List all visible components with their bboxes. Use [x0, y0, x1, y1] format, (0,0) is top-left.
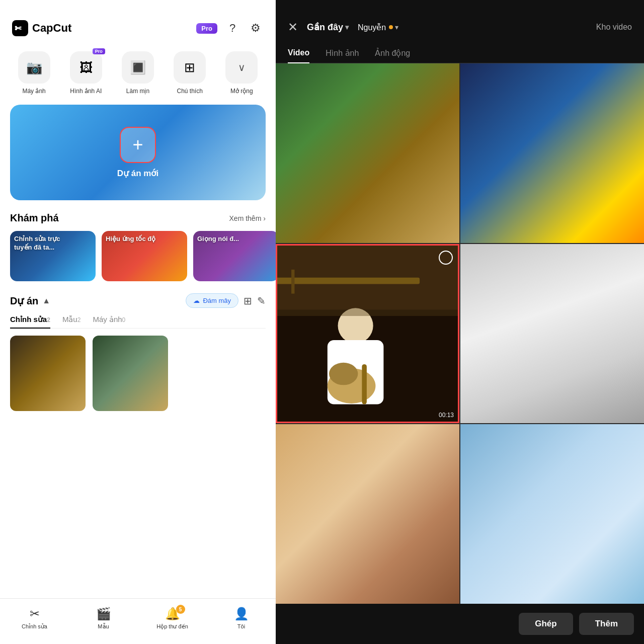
subtitle-icon: ⊞ [184, 60, 195, 75]
new-project-banner[interactable]: + Dự án mới [10, 105, 266, 200]
nav-profile[interactable]: 👤 Tôi [224, 607, 259, 630]
tab-template[interactable]: Mẫu2 [62, 315, 81, 328]
projects-actions: ☁ Đám mây ⊞ ✎ [186, 293, 266, 308]
app-name: CapCut [32, 22, 71, 35]
help-icon[interactable]: ? [224, 20, 240, 36]
cloud-button[interactable]: ☁ Đám mây [186, 293, 238, 308]
grid-view-icon[interactable]: ⊞ [244, 295, 252, 307]
project-thumb-0[interactable] [10, 336, 86, 411]
right-bottom-actions: Ghép Thêm [276, 604, 644, 644]
svg-text:✄: ✄ [15, 24, 22, 33]
video-cell-0[interactable] [276, 63, 459, 243]
template-icon: 🎬 [96, 607, 111, 621]
see-more-button[interactable]: Xem thêm › [229, 214, 266, 222]
discover-card-2-label: Giọng nói đ... [197, 235, 239, 244]
more-icon-box: ∨ [225, 51, 258, 84]
right-header: ✕ Gần đây ▾ Nguyễn ▾ Kho video [276, 0, 644, 42]
svg-rect-10 [362, 364, 367, 405]
edit-projects-icon[interactable]: ✎ [257, 295, 266, 307]
smooth-label: Làm mịn [126, 88, 149, 95]
ai-image-label: Hình ảnh AI [70, 88, 102, 95]
svg-rect-3 [277, 246, 458, 310]
video-cell-5[interactable] [460, 424, 644, 604]
tool-smooth[interactable]: 🔳 Làm mịn [118, 51, 158, 95]
camera-label: Máy ảnh [22, 88, 45, 95]
nav-inbox[interactable]: 🔔 5 Hộp thư đến [155, 607, 190, 630]
project-thumb-1[interactable] [93, 336, 168, 411]
discover-section-header: Khám phá Xem thêm › [0, 212, 276, 231]
svg-rect-4 [277, 277, 420, 284]
discover-card-2[interactable]: Giọng nói đ... [193, 231, 276, 281]
media-tab-image[interactable]: Hình ảnh [326, 48, 359, 63]
projects-title: Dự án [10, 295, 38, 307]
user-label: Nguyễn [358, 23, 386, 32]
smooth-icon-box: 🔳 [122, 51, 154, 84]
capcut-logo-icon: ✄ [12, 20, 28, 36]
subtitle-label: Chú thích [177, 88, 202, 95]
toolbar: 📷 Máy ảnh 🖼 Pro Hình ảnh AI 🔳 Làm mịn ⊞ … [0, 46, 276, 105]
header-right: Pro ? ⚙ [196, 20, 264, 36]
new-project-button[interactable]: + Dự án mới [117, 127, 158, 179]
profile-icon: 👤 [234, 607, 249, 621]
smooth-icon: 🔳 [130, 60, 146, 75]
discover-card-1[interactable]: Hiệu ứng tốc độ [102, 231, 187, 281]
media-tab-gif[interactable]: Ảnh động [375, 48, 410, 63]
media-tab-video[interactable]: Video [288, 48, 309, 63]
dropdown-arrow-icon: ▾ [345, 23, 349, 31]
close-button[interactable]: ✕ [288, 20, 298, 34]
video-duration-2: 00:13 [439, 412, 454, 419]
subtitle-icon-box: ⊞ [174, 51, 206, 84]
media-tabs: Video Hình ảnh Ảnh động [276, 42, 644, 63]
tool-ai-image[interactable]: 🖼 Pro Hình ảnh AI [66, 51, 106, 95]
svg-point-9 [329, 362, 358, 385]
user-dropdown[interactable]: Nguyễn ▾ [358, 23, 398, 32]
tool-subtitle[interactable]: ⊞ Chú thích [170, 51, 210, 95]
bottom-nav: ✂ Chỉnh sửa 🎬 Mẫu 🔔 5 Hộp thư đến 👤 Tôi [0, 598, 276, 644]
cloud-label: Đám mây [203, 297, 231, 304]
ai-image-icon-box: 🖼 Pro [70, 51, 102, 84]
video-cell-4[interactable] [276, 424, 459, 604]
nav-template[interactable]: 🎬 Mẫu [86, 607, 121, 630]
app-header: ✄ CapCut Pro ? ⚙ [0, 0, 276, 46]
ghep-button[interactable]: Ghép [519, 613, 573, 635]
camera-icon: 📷 [26, 60, 42, 75]
discover-card-0-label: Chỉnh sửa trực tuyến đã ta... [14, 235, 74, 252]
nav-template-label: Mẫu [98, 623, 109, 630]
left-panel: ✄ CapCut Pro ? ⚙ 📷 Máy ảnh 🖼 Pro Hình ản… [0, 0, 276, 644]
bell-icon: 🔔 5 [165, 607, 180, 621]
new-project-label: Dự án mới [117, 168, 158, 179]
discover-card-0[interactable]: Chỉnh sửa trực tuyến đã ta... [10, 231, 96, 281]
discover-title: Khám phá [10, 212, 59, 224]
discover-card-1-label: Hiệu ứng tốc độ [106, 235, 155, 244]
kho-video-button[interactable]: Kho video [596, 23, 632, 32]
recent-dropdown[interactable]: Gần đây ▾ [307, 22, 349, 33]
user-dropdown-arrow: ▾ [395, 23, 398, 31]
inbox-badge: 5 [176, 605, 185, 614]
select-circle-2[interactable] [439, 251, 453, 265]
tab-camera[interactable]: Máy ảnh0 [93, 315, 125, 328]
video-cell-1[interactable] [460, 63, 644, 243]
tool-camera[interactable]: 📷 Máy ảnh [14, 51, 54, 95]
see-more-label: Xem thêm [229, 214, 262, 222]
video-cell-2[interactable]: 00:13 [276, 244, 459, 424]
ai-image-icon: 🖼 [79, 60, 93, 75]
tool-more[interactable]: ∨ Mở rộng [221, 51, 262, 95]
settings-icon[interactable]: ⚙ [248, 20, 264, 36]
video-cell-3[interactable] [460, 244, 644, 424]
chevron-right-icon: › [263, 214, 266, 222]
projects-section: Dự án ▲ ☁ Đám mây ⊞ ✎ Chỉnh sửa2 Mẫu2 Má… [0, 293, 276, 644]
scissors-icon: ✂ [30, 607, 40, 621]
plus-icon: + [132, 134, 143, 155]
them-button[interactable]: Thêm [579, 613, 634, 635]
projects-sort-icon[interactable]: ▲ [42, 296, 50, 305]
app-logo: ✄ CapCut [12, 20, 71, 36]
pro-badge[interactable]: Pro [196, 23, 217, 34]
project-grid [10, 336, 266, 411]
recent-label: Gần đây [307, 22, 343, 33]
tab-edit[interactable]: Chỉnh sửa2 [10, 315, 50, 328]
projects-header: Dự án ▲ ☁ Đám mây ⊞ ✎ [10, 293, 266, 308]
video-grid: 00:13 [276, 63, 644, 604]
nav-edit-label: Chỉnh sửa [22, 623, 47, 630]
nav-edit[interactable]: ✂ Chỉnh sửa [17, 607, 52, 630]
camera-icon-box: 📷 [18, 51, 50, 84]
